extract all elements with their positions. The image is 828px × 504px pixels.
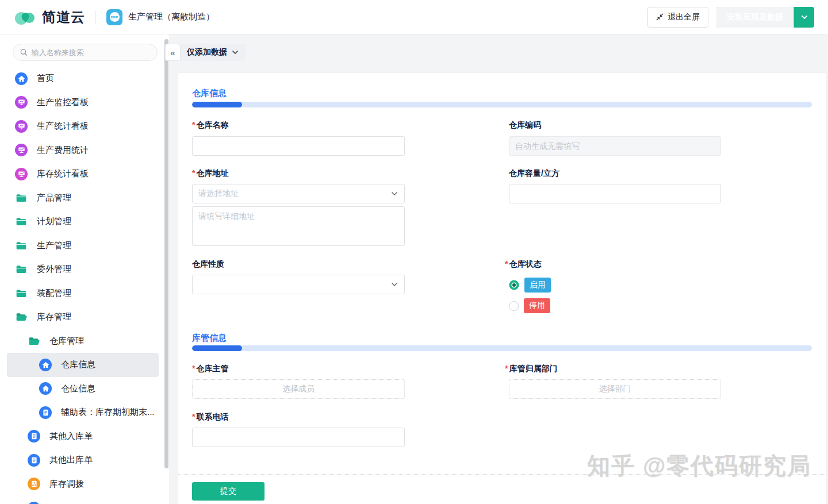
sidebar-item-bin-info[interactable]: 仓位信息 (0, 377, 169, 401)
sidebar-item-warehouse-management[interactable]: 仓库管理 (0, 329, 169, 353)
field-label-contact-phone: *联系电话 (192, 412, 228, 422)
contact-phone-input[interactable] (192, 428, 405, 447)
install-app-dropdown-toggle[interactable] (793, 7, 814, 28)
exit-fullscreen-button[interactable]: 退出全屏 (647, 7, 708, 28)
folder-icon (15, 216, 28, 228)
sidebar-item-label: 辅助表：库存期初期末... (61, 407, 155, 418)
radio-selected-icon (509, 280, 519, 290)
sidebar-item-production-cost-stats[interactable]: 生产费用统计 (0, 138, 169, 163)
required-marker: * (192, 168, 195, 178)
dashboard-icon (15, 168, 28, 180)
select-member-button[interactable]: 选择成员 (192, 379, 405, 399)
sidebar-item-other-inbound-order[interactable]: 其他入库单 (0, 425, 169, 449)
app-header: 简道云 ERP 生产管理（离散制造） 退出全屏 安装应用及数据 (0, 0, 828, 34)
sidebar-item-label: 装配管理 (37, 288, 71, 299)
header-divider (95, 11, 96, 24)
search-icon (20, 48, 28, 56)
sidebar-item-partial[interactable] (0, 496, 169, 504)
sidebar-item-production-monitor-board[interactable]: 生产监控看板 (0, 91, 169, 115)
transfer-icon (28, 478, 40, 490)
install-app-label[interactable]: 安装应用及数据 (716, 7, 793, 28)
mode-dropdown[interactable]: 仅添加数据 (180, 44, 246, 61)
install-app-split-button[interactable]: 安装应用及数据 (716, 7, 814, 28)
sidebar-item-assembly-management[interactable]: 装配管理 (0, 282, 169, 306)
section-progress-bar (192, 345, 812, 351)
section-title-warehouse-info: 仓库信息 (192, 88, 227, 99)
status-tag-disabled: 停用 (524, 298, 550, 313)
warehouse-name-input[interactable] (192, 136, 405, 156)
main-content: « 仅添加数据 仓库信息 *仓库名称 仓库编码 *仓库地址 请选择地址 (169, 34, 828, 504)
sidebar-item-label: 仓位信息 (61, 383, 95, 394)
home-icon (39, 382, 52, 395)
document-icon (28, 454, 40, 467)
section-progress-bar (192, 102, 812, 107)
address-select[interactable]: 请选择地址 (192, 184, 405, 203)
address-select-placeholder: 请选择地址 (198, 188, 239, 199)
chevron-down-icon (390, 190, 398, 198)
sidebar-scrollbar[interactable] (164, 39, 168, 468)
sidebar-item-label: 委外管理 (37, 264, 71, 275)
document-icon (39, 406, 52, 419)
dashboard-icon (15, 144, 28, 156)
folder-open-icon (15, 311, 28, 324)
submit-button[interactable]: 提交 (192, 482, 264, 501)
sidebar-item-inventory-management[interactable]: 库存管理 (0, 305, 169, 329)
sidebar-item-home[interactable]: 首页 (0, 67, 169, 91)
address-detail-textarea[interactable] (192, 206, 405, 246)
sidebar-item-plan-management[interactable]: 计划管理 (0, 210, 169, 234)
field-label-warehouse-code: 仓库编码 (509, 120, 541, 130)
form-card: 仓库信息 *仓库名称 仓库编码 *仓库地址 请选择地址 仓库容量/立方 仓库性质 (178, 73, 826, 504)
search-input[interactable] (32, 48, 150, 57)
sidebar-item-production-management[interactable]: 生产管理 (0, 234, 169, 258)
sidebar-search[interactable] (13, 44, 158, 61)
warehouse-capacity-input[interactable] (509, 184, 721, 203)
field-label-warehouse-manager: *仓库主管 (192, 364, 228, 374)
section-progress-fill (192, 345, 242, 351)
select-department-placeholder: 选择部门 (599, 384, 631, 394)
required-marker: * (192, 412, 195, 421)
sidebar-item-label: 首页 (37, 73, 54, 84)
dashboard-icon (15, 96, 28, 109)
app-title: 生产管理（离散制造） (128, 11, 214, 22)
app-icon: ERP (106, 9, 122, 25)
select-department-button[interactable]: 选择部门 (509, 379, 721, 399)
sidebar-item-production-stats-board[interactable]: 生产统计看板 (0, 114, 169, 138)
select-member-placeholder: 选择成员 (282, 384, 315, 394)
folder-icon (15, 263, 28, 276)
sidebar-item-outsourcing-management[interactable]: 委外管理 (0, 257, 169, 282)
field-label-warehouse-status: *仓库状态 (505, 259, 541, 270)
mode-dropdown-label: 仅添加数据 (187, 47, 227, 57)
sidebar-item-label: 仓库信息 (61, 359, 95, 370)
dashboard-icon (15, 120, 28, 133)
folder-icon (15, 287, 28, 299)
exit-fullscreen-icon (656, 13, 664, 21)
sidebar-item-inventory-transfer[interactable]: 库存调拨 (0, 472, 169, 497)
sidebar-item-warehouse-info[interactable]: 仓库信息 (7, 353, 159, 377)
section-title-keeper-info: 库管信息 (192, 333, 227, 344)
sidebar: 首页 生产监控看板 生产统计看板 生产费用统计 (0, 34, 169, 504)
nature-select[interactable] (192, 275, 405, 294)
status-radio-disabled[interactable]: 停用 (509, 298, 550, 313)
field-label-warehouse-nature: 仓库性质 (192, 259, 224, 270)
sidebar-item-label: 计划管理 (37, 216, 71, 227)
sidebar-item-label: 生产管理 (37, 240, 71, 251)
jiandaoyun-logo-icon (14, 7, 37, 27)
field-label-keeper-department: *库管归属部门 (505, 364, 557, 374)
chevron-down-icon (390, 280, 398, 288)
field-label-warehouse-capacity: 仓库容量/立方 (509, 168, 559, 179)
logo-text: 简道云 (42, 8, 85, 26)
sidebar-item-product-management[interactable]: 产品管理 (0, 186, 169, 210)
status-radio-enabled[interactable]: 启用 (509, 278, 551, 293)
sidebar-item-label: 生产费用统计 (37, 145, 89, 156)
radio-unselected-icon (509, 301, 519, 311)
sidebar-item-inventory-stats-board[interactable]: 库存统计看板 (0, 162, 169, 186)
form-footer-divider (178, 474, 826, 475)
sidebar-item-label: 库存管理 (37, 311, 71, 322)
folder-icon (15, 239, 28, 252)
status-tag-enabled: 启用 (524, 278, 551, 293)
sidebar-item-aux-table-inventory-period[interactable]: 辅助表：库存期初期末... (0, 401, 169, 425)
exit-fullscreen-label: 退出全屏 (668, 12, 700, 22)
sidebar-item-other-outbound-order[interactable]: 其他出库单 (0, 448, 169, 472)
sidebar-collapse-button[interactable]: « (165, 44, 181, 61)
folder-icon (15, 191, 28, 204)
